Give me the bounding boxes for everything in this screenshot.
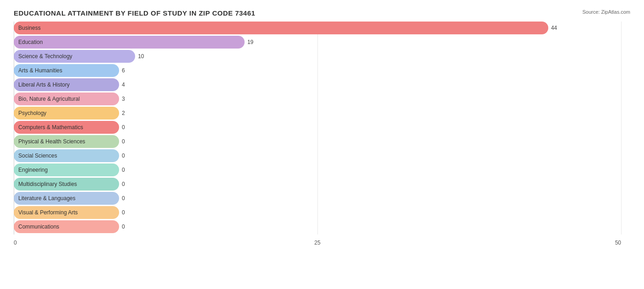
bar-fill: Communications xyxy=(14,220,119,233)
bar-row: Liberal Arts & History4 xyxy=(14,78,621,91)
bar-row: Bio, Nature & Agricultural3 xyxy=(14,93,621,105)
bar-row: Multidisciplinary Studies0 xyxy=(14,178,621,191)
bar-value: 3 xyxy=(122,96,125,102)
bar-label-text: Science & Technology xyxy=(18,53,72,60)
bar-row: Physical & Health Sciences0 xyxy=(14,135,621,148)
chart-area: Business44Education19Science & Technolog… xyxy=(14,22,630,248)
bar-row: Literature & Languages0 xyxy=(14,192,621,205)
bar-label-text: Arts & Humanities xyxy=(18,67,62,74)
bar-fill: Visual & Performing Arts xyxy=(14,206,119,219)
x-axis: 02550 xyxy=(14,237,621,248)
bar-label-text: Computers & Mathematics xyxy=(18,124,83,131)
bar-label-text: Physical & Health Sciences xyxy=(18,138,85,145)
bar-value: 6 xyxy=(122,67,125,74)
bar-value: 0 xyxy=(122,181,125,187)
bar-fill: Business xyxy=(14,22,548,34)
bar-row: Communications0 xyxy=(14,220,621,233)
bar-label-text: Literature & Languages xyxy=(18,195,76,202)
bar-label-text: Education xyxy=(18,39,43,45)
bar-value: 19 xyxy=(247,39,253,45)
bar-value: 0 xyxy=(122,124,125,131)
bar-row: Psychology2 xyxy=(14,107,621,120)
bar-value: 44 xyxy=(551,25,557,31)
bar-row: Computers & Mathematics0 xyxy=(14,121,621,134)
bar-label-text: Engineering xyxy=(18,167,48,173)
bar-value: 0 xyxy=(122,167,125,173)
bar-value: 0 xyxy=(122,224,125,230)
bar-fill: Physical & Health Sciences xyxy=(14,135,119,148)
bar-fill: Arts & Humanities xyxy=(14,64,119,77)
bar-row: Visual & Performing Arts0 xyxy=(14,206,621,219)
bar-fill: Science & Technology xyxy=(14,50,135,63)
bar-fill: Literature & Languages xyxy=(14,192,119,205)
bar-fill: Computers & Mathematics xyxy=(14,121,119,134)
x-axis-label: 25 xyxy=(314,240,320,246)
bar-label-text: Liberal Arts & History xyxy=(18,82,70,88)
bar-label-text: Social Sciences xyxy=(18,153,57,159)
bar-row: Business44 xyxy=(14,22,621,34)
bar-label-text: Psychology xyxy=(18,110,46,116)
bar-value: 2 xyxy=(122,110,125,116)
chart-title: EDUCATIONAL ATTAINMENT BY FIELD OF STUDY… xyxy=(14,9,630,17)
bar-fill: Social Sciences xyxy=(14,149,119,162)
bar-label-text: Communications xyxy=(18,224,59,230)
bar-fill: Education xyxy=(14,36,245,49)
bars-section: Business44Education19Science & Technolog… xyxy=(14,22,621,234)
bar-value: 0 xyxy=(122,153,125,159)
bar-value: 0 xyxy=(122,195,125,202)
bar-row: Arts & Humanities6 xyxy=(14,64,621,77)
bar-value: 0 xyxy=(122,209,125,216)
chart-container: EDUCATIONAL ATTAINMENT BY FIELD OF STUDY… xyxy=(0,0,644,289)
x-axis-label: 0 xyxy=(14,240,17,246)
bar-row: Education19 xyxy=(14,36,621,49)
bar-label-text: Business xyxy=(18,25,41,31)
source-text: Source: ZipAtlas.com xyxy=(582,9,630,15)
bar-fill: Liberal Arts & History xyxy=(14,78,119,91)
bar-label-text: Visual & Performing Arts xyxy=(18,209,78,216)
bar-fill: Bio, Nature & Agricultural xyxy=(14,93,119,105)
bar-row: Engineering0 xyxy=(14,164,621,176)
bar-label-text: Multidisciplinary Studies xyxy=(18,181,77,187)
bar-row: Social Sciences0 xyxy=(14,149,621,162)
bar-value: 4 xyxy=(122,82,125,88)
bar-fill: Multidisciplinary Studies xyxy=(14,178,119,191)
bar-fill: Psychology xyxy=(14,107,119,120)
bar-fill: Engineering xyxy=(14,164,119,176)
x-axis-label: 50 xyxy=(615,240,621,246)
bar-row: Science & Technology10 xyxy=(14,50,621,63)
bar-label-text: Bio, Nature & Agricultural xyxy=(18,96,80,102)
bar-value: 10 xyxy=(138,53,144,60)
bar-value: 0 xyxy=(122,138,125,145)
grid-line xyxy=(621,22,622,234)
